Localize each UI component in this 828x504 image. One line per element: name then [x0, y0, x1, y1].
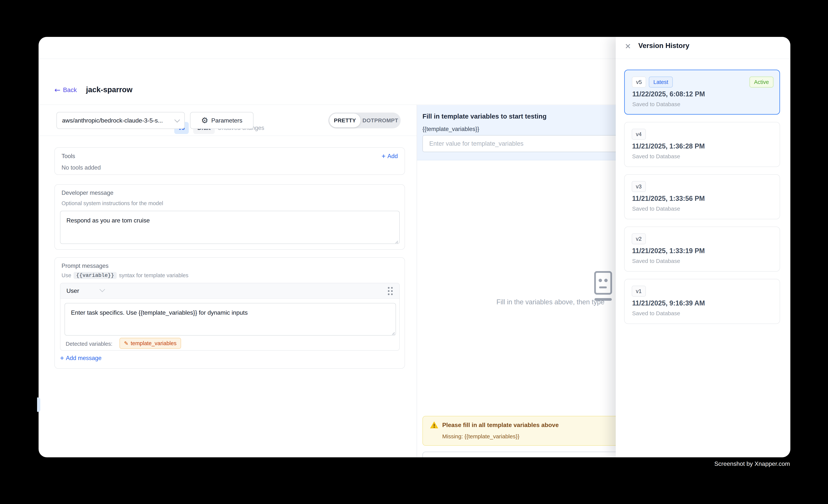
version-status: Saved to Database — [632, 310, 680, 317]
detected-variable-chip[interactable]: ✎ template_variables — [120, 338, 181, 349]
tools-title: Tools — [61, 153, 75, 160]
prompt-messages-title: Prompt messages — [61, 262, 109, 269]
version-timestamp: 11/22/2025, 6:08:12 PM — [632, 90, 705, 98]
prompt-messages-subtitle: Use {{variable}} syntax for template var… — [61, 272, 189, 279]
toolbar-divider — [39, 135, 417, 136]
version-card-v5[interactable]: v5 Latest Active 11/22/2025, 6:08:12 PM … — [624, 70, 780, 115]
warning-title: Please fill in all template variables ab… — [442, 422, 559, 428]
version-card-v3[interactable]: v3 11/21/2025, 1:33:56 PM Saved to Datab… — [624, 174, 780, 219]
back-label: Back — [63, 86, 77, 93]
version-card-v4[interactable]: v4 11/21/2025, 1:36:28 PM Saved to Datab… — [624, 122, 780, 167]
version-status: Saved to Database — [632, 258, 680, 264]
watermark-text: Screenshot by Xnapper.com — [714, 460, 790, 467]
drag-handle-icon[interactable] — [388, 287, 393, 295]
version-timestamp: 11/21/2025, 9:16:39 AM — [632, 299, 705, 307]
page-title: jack-sparrow — [86, 85, 132, 94]
empty-state-text: Fill in the variables above, then type — [496, 298, 605, 306]
version-timestamp: 11/21/2025, 1:33:19 PM — [632, 247, 705, 255]
tools-card: Tools + Add No tools added — [54, 148, 405, 175]
panel-divider — [616, 58, 790, 59]
version-tag: v3 — [632, 181, 646, 192]
version-tag: v5 — [632, 77, 646, 87]
back-arrow-icon: ← — [54, 86, 60, 93]
developer-message-subtitle: Optional system instructions for the mod… — [61, 200, 163, 206]
parameters-button[interactable]: ⚙ Parameters — [190, 112, 253, 129]
gear-icon: ⚙ — [201, 117, 208, 124]
template-variables-title: Fill in template variables to start test… — [422, 113, 546, 120]
version-history-panel: ✕ Version History v5 Latest Active 11/22… — [616, 37, 790, 457]
subtitle-prefix: Use — [61, 272, 71, 279]
message-textarea[interactable]: Enter task specifics. Use {{template_var… — [65, 303, 396, 336]
version-card-v2[interactable]: v2 11/21/2025, 1:33:19 PM Saved to Datab… — [624, 226, 780, 271]
version-status: Saved to Database — [632, 206, 680, 212]
detected-variables-label: Detected variables: — [66, 341, 112, 347]
close-icon[interactable]: ✕ — [625, 43, 631, 50]
plus-icon: + — [382, 153, 385, 160]
chevron-down-icon — [174, 117, 180, 123]
toggle-pretty[interactable]: PRETTY — [329, 114, 361, 127]
version-tag: v2 — [632, 234, 646, 244]
developer-message-title: Developer message — [61, 190, 114, 196]
add-tool-button[interactable]: + Add — [382, 153, 398, 160]
subtitle-suffix: syntax for template variables — [119, 272, 189, 279]
latest-badge: Latest — [649, 77, 673, 87]
version-status: Saved to Database — [632, 101, 680, 108]
edge-notification-sliver — [37, 397, 40, 412]
version-card-v1[interactable]: v1 11/21/2025, 9:16:39 AM Saved to Datab… — [624, 279, 780, 324]
version-history-title: Version History — [638, 42, 689, 50]
toggle-dotprompt[interactable]: DOTPROMPT — [362, 114, 399, 127]
plus-icon: + — [60, 355, 64, 362]
warning-triangle-icon — [429, 420, 439, 429]
message-role-header[interactable]: User — [60, 283, 399, 299]
prompt-messages-card: Prompt messages Use {{variable}} syntax … — [54, 257, 405, 369]
bot-icon — [594, 270, 613, 303]
version-timestamp: 11/21/2025, 1:36:28 PM — [632, 142, 705, 150]
parameters-label: Parameters — [211, 117, 242, 124]
warning-detail: Missing: {{template_variables}} — [442, 433, 520, 439]
pencil-icon: ✎ — [124, 340, 128, 346]
detected-variable-name: template_variables — [131, 340, 176, 346]
chevron-down-icon — [99, 287, 105, 292]
model-selector-value: aws/anthropic/bedrock-claude-3-5-s... — [62, 117, 175, 124]
developer-message-card: Developer message Optional system instru… — [54, 184, 405, 250]
message-block: User Enter task specifics. Use {{templat… — [60, 283, 400, 351]
version-timestamp: 11/21/2025, 1:33:56 PM — [632, 195, 705, 203]
add-message-button[interactable]: + Add message — [60, 355, 101, 362]
screenshot-canvas: ← Back jack-sparrow v5 Draft Unsaved cha… — [0, 0, 828, 504]
add-tool-label: Add — [387, 153, 398, 160]
add-message-label: Add message — [66, 355, 101, 362]
tools-empty-text: No tools added — [61, 164, 101, 171]
active-badge: Active — [749, 77, 774, 87]
version-tag: v1 — [632, 286, 646, 297]
model-selector[interactable]: aws/anthropic/bedrock-claude-3-5-s... — [56, 112, 185, 129]
template-variable-name: {{template_variables}} — [422, 126, 479, 132]
view-mode-toggle[interactable]: PRETTY DOTPROMPT — [328, 113, 401, 128]
developer-message-textarea[interactable]: Respond as you are tom cruise — [60, 211, 400, 244]
variable-syntax-chip: {{variable}} — [74, 272, 117, 279]
version-tag: v4 — [632, 129, 646, 140]
version-status: Saved to Database — [632, 153, 680, 160]
app-window: ← Back jack-sparrow v5 Draft Unsaved cha… — [39, 37, 790, 457]
role-select[interactable]: User — [67, 287, 79, 294]
back-button[interactable]: ← Back — [54, 86, 77, 93]
